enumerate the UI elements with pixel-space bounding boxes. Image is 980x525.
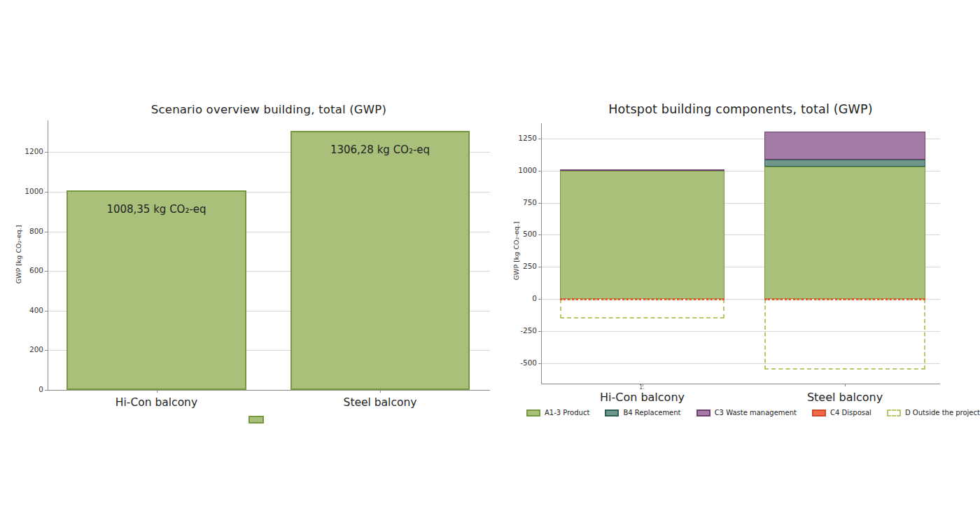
- y-tick-label: 250: [512, 262, 537, 270]
- outside-project-range: [560, 299, 724, 318]
- hicon-axis-footnote: 1.: [631, 384, 652, 391]
- y-tick-label: 600: [15, 266, 43, 274]
- legend-item: B4 Replacement: [605, 409, 680, 416]
- left-y-axis-title: GWP [kg CO₂-eq.]: [15, 200, 22, 310]
- x-axis: [48, 390, 490, 391]
- y-tick-label: 0: [512, 294, 537, 302]
- x-category-label: Hi-Con balcony: [566, 391, 720, 404]
- y-tick-label: 0: [15, 385, 43, 393]
- legend-label: B4 Replacement: [623, 409, 680, 416]
- y-tick-label: 200: [15, 345, 43, 354]
- legend-label: C4 Disposal: [830, 409, 872, 416]
- y-tick-label: 1000: [512, 166, 537, 174]
- bar-segment: [764, 160, 925, 167]
- bar-segment: [764, 132, 925, 160]
- legend-label: D Outside the project: [905, 409, 980, 416]
- legend-label: A1-3 Product: [545, 409, 589, 416]
- outside-project-range: [764, 299, 925, 370]
- y-tick-label: 1000: [15, 187, 43, 195]
- legend-item: D Outside the project: [887, 409, 980, 416]
- right-legend: A1-3 ProductB4 ReplacementC3 Waste manag…: [526, 409, 980, 416]
- legend-swatch-icon: [526, 410, 540, 416]
- right-chart-title: Hotspot building components, total (GWP): [541, 102, 940, 116]
- y-tick-label: 1200: [15, 147, 43, 155]
- bar-value-label: 1008,35 kg CO₂-eq: [66, 203, 248, 216]
- x-category-label: Hi-Con balcony: [80, 396, 234, 409]
- legend-item: A1-3 Product: [526, 409, 589, 416]
- left-legend-swatch: [248, 416, 264, 424]
- legend-swatch-icon: [887, 410, 901, 416]
- y-tick-label: 500: [512, 230, 537, 238]
- legend-label: C3 Waste management: [715, 409, 797, 416]
- bar-value-label: 1306,28 kg CO₂-eq: [289, 144, 471, 156]
- y-tick-label: -250: [512, 326, 537, 335]
- bar-segment: [560, 169, 724, 171]
- x-category-label: Steel balcony: [768, 391, 922, 404]
- x-axis: [541, 384, 940, 384]
- y-tick-label: 400: [15, 306, 43, 314]
- disposal-baseline: [764, 298, 925, 300]
- left-plot: 0200400600800100012001008,35 kg CO₂-eqHi…: [48, 120, 490, 390]
- legend-item: C4 Disposal: [812, 409, 872, 416]
- y-tick-label: 800: [15, 227, 43, 235]
- bar-segment: [560, 171, 724, 299]
- bar: [66, 190, 246, 390]
- legend-swatch-icon: [696, 410, 710, 416]
- x-category-label: Steel balcony: [303, 396, 457, 409]
- canvas: Scenario overview building, total (GWP) …: [0, 0, 980, 525]
- y-axis: [48, 120, 48, 390]
- y-tick-label: 750: [512, 198, 537, 206]
- left-chart-title: Scenario overview building, total (GWP): [48, 103, 490, 116]
- disposal-baseline: [560, 298, 724, 300]
- bar-segment: [764, 167, 925, 299]
- legend-item: C3 Waste management: [696, 409, 797, 416]
- right-plot: -500-250025050075010001250Hi-Con balcony…: [541, 123, 940, 384]
- y-tick-label: 1250: [512, 134, 537, 142]
- bar: [290, 131, 470, 390]
- legend-swatch-icon: [812, 410, 826, 416]
- y-axis: [541, 123, 542, 384]
- right-y-axis-title: GWP [kg CO₂-eq.]: [512, 196, 520, 307]
- y-tick-label: -500: [512, 358, 537, 367]
- legend-swatch-icon: [605, 410, 619, 416]
